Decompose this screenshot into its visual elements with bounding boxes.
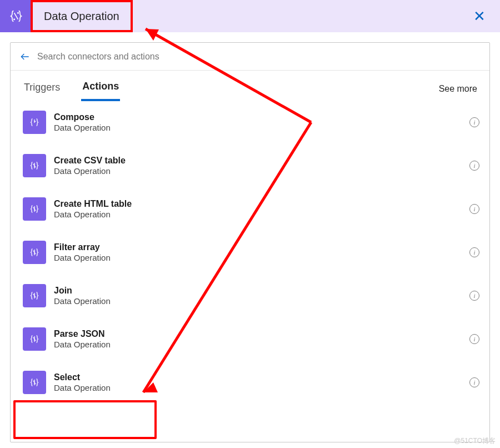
svg-point-0 (18, 12, 18, 13)
info-icon[interactable]: i (469, 161, 479, 171)
search-row (11, 43, 489, 71)
action-item-create-html-table[interactable]: Create HTML table Data Operation i (23, 194, 479, 224)
back-arrow-icon[interactable] (17, 49, 33, 64)
action-item-compose[interactable]: Compose Data Operation i (23, 107, 479, 137)
info-icon[interactable]: i (469, 334, 479, 344)
header-bar: Data Operation ✕ (0, 0, 500, 32)
action-subtitle: Data Operation (54, 383, 111, 394)
action-subtitle: Data Operation (54, 340, 111, 350)
action-item-text: Create CSV table Data Operation (54, 155, 126, 177)
braces-icon (28, 203, 41, 215)
braces-icon (8, 8, 24, 24)
tab-triggers[interactable]: Triggers (23, 78, 61, 100)
action-item-create-csv-table[interactable]: Create CSV table Data Operation i (23, 151, 479, 181)
action-item-parse-json[interactable]: Parse JSON Data Operation i (23, 324, 479, 354)
action-item-text: Join Data Operation (54, 285, 111, 307)
action-subtitle: Data Operation (54, 296, 111, 307)
see-more-link[interactable]: See more (439, 84, 477, 94)
action-subtitle: Data Operation (54, 166, 126, 177)
action-item-filter-array[interactable]: Filter array Data Operation i (23, 237, 479, 267)
actions-list: Compose Data Operation i Create CSV tabl… (11, 102, 489, 397)
search-input[interactable] (37, 46, 483, 68)
action-title: Compose (54, 112, 111, 123)
data-operation-icon (23, 284, 46, 307)
action-title: Join (54, 285, 111, 296)
connector-icon-box (0, 0, 32, 32)
data-operation-icon (23, 111, 46, 134)
braces-icon (28, 376, 41, 389)
info-icon[interactable]: i (469, 247, 479, 257)
data-operation-icon (23, 154, 46, 177)
braces-icon (28, 333, 41, 345)
action-title: Create CSV table (54, 155, 126, 166)
action-item-text: Compose Data Operation (54, 112, 111, 133)
svg-point-1 (14, 19, 14, 19)
braces-icon (28, 246, 41, 258)
action-title: Create HTML table (54, 198, 132, 210)
data-operation-icon (23, 241, 46, 264)
data-operation-icon (23, 371, 46, 394)
action-title: Filter array (54, 242, 111, 253)
action-subtitle: Data Operation (54, 123, 111, 133)
action-item-text: Parse JSON Data Operation (54, 328, 111, 350)
tabs-row: Triggers Actions See more (11, 71, 489, 102)
close-icon[interactable]: ✕ (470, 4, 489, 28)
data-operation-icon (23, 197, 46, 221)
info-icon[interactable]: i (469, 117, 479, 127)
action-item-text: Filter array Data Operation (54, 242, 111, 263)
action-item-select[interactable]: Select Data Operation i (23, 367, 479, 397)
info-icon[interactable]: i (469, 204, 479, 214)
action-picker-panel: Triggers Actions See more Compose Data O… (10, 42, 490, 442)
tab-actions[interactable]: Actions (81, 77, 120, 101)
action-item-text: Select Data Operation (54, 372, 111, 394)
action-title: Select (54, 372, 111, 383)
braces-icon (28, 116, 41, 128)
action-title: Parse JSON (54, 328, 111, 340)
header-title: Data Operation (31, 0, 133, 32)
info-icon[interactable]: i (469, 291, 479, 301)
data-operation-icon (23, 327, 46, 351)
info-icon[interactable]: i (469, 377, 479, 387)
watermark: @51CTO博客 (454, 436, 496, 446)
action-subtitle: Data Operation (54, 210, 132, 220)
action-item-join[interactable]: Join Data Operation i (23, 281, 479, 311)
action-item-text: Create HTML table Data Operation (54, 198, 132, 220)
braces-icon (28, 160, 41, 172)
action-subtitle: Data Operation (54, 253, 111, 263)
braces-icon (28, 290, 41, 302)
